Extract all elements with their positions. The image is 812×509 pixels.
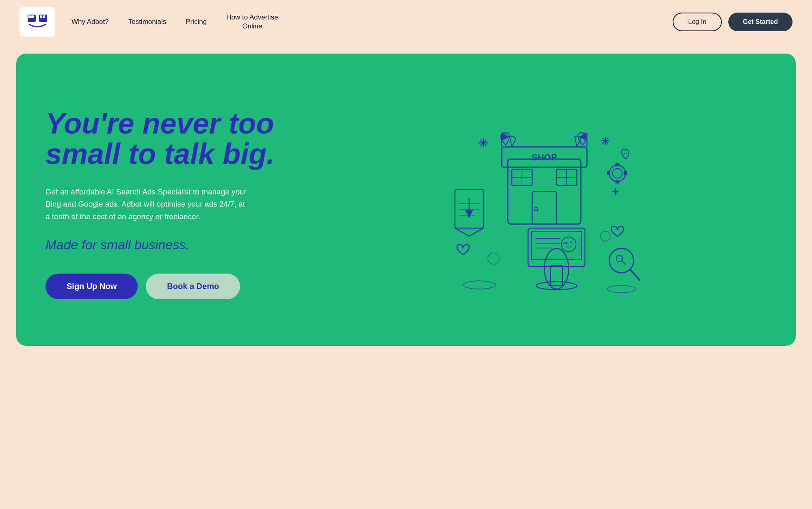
svg-rect-5 — [40, 15, 42, 18]
main-nav: Why Adbot? Testimonials Pricing How to A… — [71, 13, 656, 31]
login-button[interactable]: Log In — [673, 13, 721, 31]
hero-description: Get an affordable AI Search Ads Speciali… — [45, 186, 249, 223]
svg-rect-44 — [531, 231, 582, 260]
hero-headline: You're never too small to talk big. — [45, 108, 305, 170]
svg-rect-4 — [31, 15, 34, 18]
svg-point-71 — [624, 153, 625, 154]
svg-point-67 — [503, 136, 505, 138]
hero-illustration: SHOP ↓ ↓ — [305, 110, 767, 297]
svg-line-62 — [622, 261, 626, 265]
svg-rect-6 — [43, 15, 45, 18]
hero-section: You're never too small to talk big. Get … — [16, 54, 796, 346]
hero-subheading: Made for small business. — [45, 237, 305, 252]
signup-button[interactable]: Sign Up Now — [45, 274, 138, 299]
nav-testimonials[interactable]: Testimonials — [128, 18, 167, 26]
svg-text:↓: ↓ — [506, 155, 509, 162]
svg-point-36 — [609, 165, 626, 181]
svg-text:↓: ↓ — [579, 155, 582, 162]
svg-point-70 — [584, 136, 585, 138]
nav-how-to-advertise[interactable]: How to AdvertiseOnline — [226, 13, 278, 31]
header-actions: Log In Get Started — [673, 13, 793, 31]
hero-buttons: Sign Up Now Book a Demo — [45, 274, 305, 299]
svg-point-63 — [463, 281, 496, 289]
svg-rect-3 — [28, 15, 31, 18]
svg-point-64 — [607, 285, 636, 293]
svg-text:SHOP: SHOP — [531, 152, 556, 162]
svg-point-49 — [565, 242, 567, 243]
book-demo-button[interactable]: Book a Demo — [146, 274, 240, 299]
svg-rect-41 — [624, 171, 627, 175]
svg-rect-38 — [615, 163, 619, 166]
header: Why Adbot? Testimonials Pricing How to A… — [0, 0, 812, 44]
get-started-button[interactable]: Get Started — [728, 13, 793, 31]
svg-point-13 — [535, 207, 538, 211]
svg-rect-51 — [550, 265, 563, 286]
svg-point-68 — [507, 136, 508, 138]
svg-point-66 — [488, 253, 499, 264]
svg-point-61 — [616, 255, 623, 262]
svg-rect-39 — [615, 180, 619, 183]
svg-point-50 — [570, 242, 572, 243]
nav-pricing[interactable]: Pricing — [186, 18, 207, 26]
svg-rect-40 — [607, 171, 610, 175]
logo[interactable] — [19, 7, 55, 37]
illustration-svg: SHOP ↓ ↓ — [431, 110, 642, 297]
svg-point-48 — [561, 237, 576, 252]
hero-content: You're never too small to talk big. Get … — [45, 108, 305, 299]
svg-point-42 — [544, 248, 569, 289]
svg-rect-43 — [528, 228, 585, 267]
nav-why-adbot[interactable]: Why Adbot? — [71, 18, 109, 26]
svg-point-72 — [626, 153, 627, 154]
svg-point-65 — [600, 231, 610, 241]
svg-line-60 — [630, 270, 640, 280]
svg-point-37 — [613, 168, 622, 178]
svg-point-69 — [580, 136, 582, 138]
svg-marker-55 — [465, 210, 473, 218]
